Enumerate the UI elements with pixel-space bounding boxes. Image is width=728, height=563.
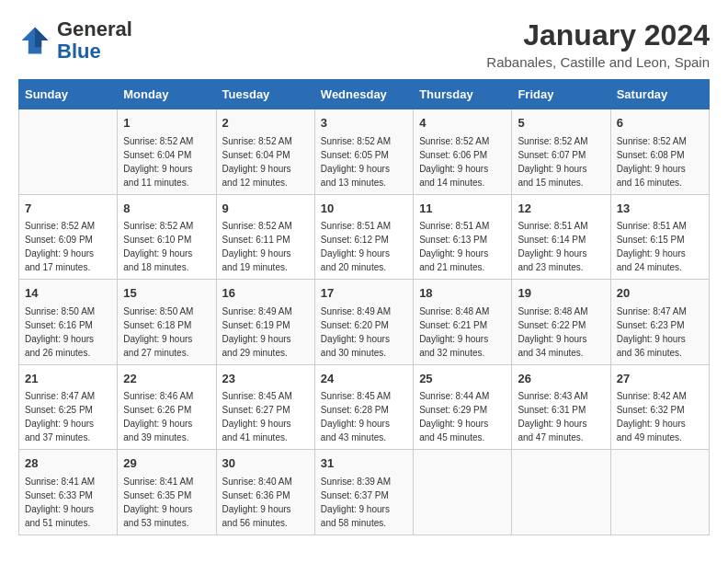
calendar-cell [414,450,512,535]
title-area: January 2024 Rabanales, Castille and Leo… [486,18,710,70]
calendar-cell: 13Sunrise: 8:51 AMSunset: 6:15 PMDayligh… [610,194,709,280]
day-number: 16 [222,284,309,303]
calendar-cell: 28Sunrise: 8:41 AMSunset: 6:33 PMDayligh… [19,450,118,535]
day-info: Sunrise: 8:52 AMSunset: 6:04 PMDaylight:… [123,134,210,190]
day-number: 20 [617,284,703,303]
day-number: 2 [222,114,309,132]
calendar-cell [610,450,709,535]
day-info: Sunrise: 8:52 AMSunset: 6:09 PMDaylight:… [25,219,111,274]
calendar-cell [512,450,610,535]
day-number: 12 [518,200,604,218]
calendar-cell: 9Sunrise: 8:52 AMSunset: 6:11 PMDaylight… [216,194,314,280]
calendar-cell: 10Sunrise: 8:51 AMSunset: 6:12 PMDayligh… [314,194,413,280]
day-number: 1 [123,114,210,132]
day-number: 10 [321,200,407,218]
day-info: Sunrise: 8:52 AMSunset: 6:10 PMDaylight:… [123,219,210,274]
day-info: Sunrise: 8:41 AMSunset: 6:33 PMDaylight:… [25,475,111,530]
day-number: 13 [617,200,703,218]
calendar-cell: 5Sunrise: 8:52 AMSunset: 6:07 PMDaylight… [512,109,610,195]
day-number: 15 [123,284,210,303]
day-number: 17 [321,284,407,303]
day-number: 25 [419,370,506,388]
calendar-cell: 23Sunrise: 8:45 AMSunset: 6:27 PMDayligh… [216,364,314,450]
calendar-cell: 4Sunrise: 8:52 AMSunset: 6:06 PMDaylight… [414,109,512,195]
day-number: 19 [518,284,604,303]
location-subtitle: Rabanales, Castille and Leon, Spain [486,54,710,70]
day-number: 9 [222,200,309,218]
header-wednesday: Wednesday [314,80,413,109]
calendar-cell: 24Sunrise: 8:45 AMSunset: 6:28 PMDayligh… [314,364,413,450]
day-info: Sunrise: 8:48 AMSunset: 6:21 PMDaylight:… [419,304,506,360]
day-info: Sunrise: 8:48 AMSunset: 6:22 PMDaylight:… [518,304,604,360]
day-number: 3 [321,114,407,132]
header-thursday: Thursday [414,80,512,109]
logo-text: General Blue [57,18,132,63]
calendar-cell: 6Sunrise: 8:52 AMSunset: 6:08 PMDaylight… [610,109,709,195]
calendar-week-row: 1Sunrise: 8:52 AMSunset: 6:04 PMDaylight… [19,109,710,195]
day-number: 27 [617,370,703,388]
day-info: Sunrise: 8:39 AMSunset: 6:37 PMDaylight:… [321,475,407,530]
day-number: 11 [419,200,506,218]
day-info: Sunrise: 8:52 AMSunset: 6:07 PMDaylight:… [518,134,604,190]
day-info: Sunrise: 8:52 AMSunset: 6:05 PMDaylight:… [321,134,407,190]
calendar-cell: 18Sunrise: 8:48 AMSunset: 6:21 PMDayligh… [414,280,512,365]
day-number: 29 [123,454,210,473]
calendar-cell [19,109,118,195]
day-info: Sunrise: 8:51 AMSunset: 6:12 PMDaylight:… [321,219,407,274]
calendar-cell: 19Sunrise: 8:48 AMSunset: 6:22 PMDayligh… [512,280,610,365]
day-info: Sunrise: 8:52 AMSunset: 6:06 PMDaylight:… [419,134,506,190]
calendar-week-row: 28Sunrise: 8:41 AMSunset: 6:33 PMDayligh… [19,450,710,535]
calendar-cell: 11Sunrise: 8:51 AMSunset: 6:13 PMDayligh… [414,194,512,280]
day-info: Sunrise: 8:42 AMSunset: 6:32 PMDaylight:… [617,389,703,444]
day-info: Sunrise: 8:41 AMSunset: 6:35 PMDaylight:… [123,475,210,530]
calendar-header-row: SundayMondayTuesdayWednesdayThursdayFrid… [19,80,710,109]
calendar-cell: 25Sunrise: 8:44 AMSunset: 6:29 PMDayligh… [414,364,512,450]
day-info: Sunrise: 8:45 AMSunset: 6:27 PMDaylight:… [222,389,309,444]
calendar-week-row: 14Sunrise: 8:50 AMSunset: 6:16 PMDayligh… [19,280,710,365]
day-info: Sunrise: 8:47 AMSunset: 6:25 PMDaylight:… [25,389,111,444]
header-tuesday: Tuesday [216,80,314,109]
day-number: 4 [419,114,506,132]
day-info: Sunrise: 8:47 AMSunset: 6:23 PMDaylight:… [617,304,703,360]
calendar-table: SundayMondayTuesdayWednesdayThursdayFrid… [18,79,710,535]
day-info: Sunrise: 8:51 AMSunset: 6:14 PMDaylight:… [518,219,604,274]
calendar-cell: 7Sunrise: 8:52 AMSunset: 6:09 PMDaylight… [19,194,118,280]
calendar-cell: 31Sunrise: 8:39 AMSunset: 6:37 PMDayligh… [314,450,413,535]
day-info: Sunrise: 8:40 AMSunset: 6:36 PMDaylight:… [222,475,309,530]
day-number: 26 [518,370,604,388]
day-info: Sunrise: 8:52 AMSunset: 6:11 PMDaylight:… [222,219,309,274]
calendar-cell: 14Sunrise: 8:50 AMSunset: 6:16 PMDayligh… [19,280,118,365]
day-info: Sunrise: 8:51 AMSunset: 6:13 PMDaylight:… [419,219,506,274]
calendar-cell: 2Sunrise: 8:52 AMSunset: 6:04 PMDaylight… [216,109,314,195]
calendar-cell: 20Sunrise: 8:47 AMSunset: 6:23 PMDayligh… [610,280,709,365]
logo-icon [18,24,51,57]
calendar-cell: 22Sunrise: 8:46 AMSunset: 6:26 PMDayligh… [118,364,216,450]
calendar-cell: 12Sunrise: 8:51 AMSunset: 6:14 PMDayligh… [512,194,610,280]
day-number: 31 [321,454,407,473]
month-year-title: January 2024 [486,18,710,52]
day-info: Sunrise: 8:52 AMSunset: 6:08 PMDaylight:… [617,134,703,190]
calendar-week-row: 7Sunrise: 8:52 AMSunset: 6:09 PMDaylight… [19,194,710,280]
day-number: 24 [321,370,407,388]
header-sunday: Sunday [19,80,118,109]
day-number: 8 [123,200,210,218]
day-info: Sunrise: 8:52 AMSunset: 6:04 PMDaylight:… [222,134,309,190]
header-saturday: Saturday [610,80,709,109]
calendar-cell: 29Sunrise: 8:41 AMSunset: 6:35 PMDayligh… [118,450,216,535]
day-info: Sunrise: 8:43 AMSunset: 6:31 PMDaylight:… [518,389,604,444]
day-info: Sunrise: 8:51 AMSunset: 6:15 PMDaylight:… [617,219,703,274]
calendar-cell: 15Sunrise: 8:50 AMSunset: 6:18 PMDayligh… [118,280,216,365]
svg-marker-1 [35,28,48,48]
day-number: 30 [222,454,309,473]
day-number: 21 [25,370,111,388]
day-number: 18 [419,284,506,303]
day-number: 22 [123,370,210,388]
day-info: Sunrise: 8:44 AMSunset: 6:29 PMDaylight:… [419,389,506,444]
calendar-cell: 1Sunrise: 8:52 AMSunset: 6:04 PMDaylight… [118,109,216,195]
calendar-cell: 27Sunrise: 8:42 AMSunset: 6:32 PMDayligh… [610,364,709,450]
day-info: Sunrise: 8:49 AMSunset: 6:19 PMDaylight:… [222,304,309,360]
calendar-cell: 17Sunrise: 8:49 AMSunset: 6:20 PMDayligh… [314,280,413,365]
header-friday: Friday [512,80,610,109]
header-monday: Monday [118,80,216,109]
calendar-cell: 21Sunrise: 8:47 AMSunset: 6:25 PMDayligh… [19,364,118,450]
